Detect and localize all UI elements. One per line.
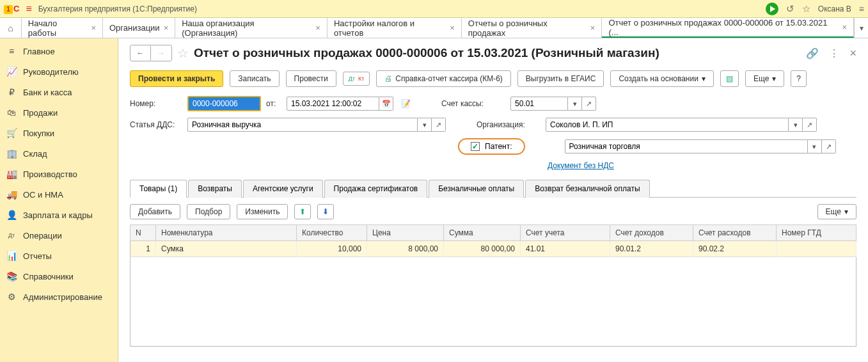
- number-input[interactable]: [187, 96, 261, 111]
- dropdown-icon[interactable]: ▾: [789, 118, 803, 132]
- dropdown-icon[interactable]: ▾: [808, 139, 822, 153]
- cell-gtd[interactable]: [777, 241, 856, 257]
- doc-tab-agent[interactable]: Агентские услуги: [243, 180, 323, 198]
- sidebar-item-admin[interactable]: ⚙Администрирование: [0, 287, 118, 307]
- save-button[interactable]: Записать: [230, 70, 279, 87]
- post-button[interactable]: Провести: [286, 70, 336, 87]
- play-button[interactable]: [766, 3, 778, 15]
- close-icon[interactable]: ×: [842, 22, 848, 32]
- cell-acc[interactable]: 41.01: [521, 241, 610, 257]
- org-input[interactable]: [546, 118, 789, 132]
- edit-button[interactable]: Изменить: [237, 204, 288, 219]
- account-input[interactable]: [510, 97, 568, 111]
- dropdown-icon[interactable]: ▾: [418, 118, 432, 132]
- create-based-button[interactable]: Создать на основании ▾: [610, 70, 714, 87]
- dtkt-button[interactable]: ДтКт: [343, 72, 370, 86]
- close-icon[interactable]: ×: [450, 23, 455, 33]
- hamburger-icon[interactable]: ≡: [26, 3, 31, 15]
- dds-input[interactable]: [187, 118, 418, 132]
- doc-tab-cashless-return[interactable]: Возврат безналичной оплаты: [525, 180, 649, 198]
- open-icon[interactable]: ↗: [803, 118, 817, 132]
- cell-qty[interactable]: 10,000: [297, 241, 367, 257]
- tab-start[interactable]: Начало работы×: [22, 18, 103, 38]
- add-button[interactable]: Добавить: [130, 204, 180, 219]
- nav-forward-button[interactable]: →: [151, 45, 171, 61]
- post-and-close-button[interactable]: Провести и закрыть: [130, 70, 223, 87]
- col-qty[interactable]: Количество: [297, 225, 367, 241]
- cell-income[interactable]: 90.01.2: [610, 241, 693, 257]
- star-icon[interactable]: ☆: [802, 3, 810, 15]
- col-gtd[interactable]: Номер ГТД: [777, 225, 856, 241]
- sidebar-item-directories[interactable]: 📚Справочники: [0, 266, 118, 287]
- col-expense[interactable]: Счет расходов: [693, 225, 777, 241]
- tab-report-doc[interactable]: Отчет о розничных продажах 0000-000006 о…: [602, 18, 854, 38]
- move-up-button[interactable]: ⬆: [294, 204, 311, 219]
- sidebar-item-warehouse[interactable]: 🏢Склад: [0, 143, 118, 164]
- cell-sum[interactable]: 80 000,00: [444, 241, 521, 257]
- sidebar-item-operations[interactable]: ДтОперации: [0, 225, 118, 246]
- col-sum[interactable]: Сумма: [444, 225, 521, 241]
- hamburger-right-icon[interactable]: ≡: [859, 4, 864, 14]
- favorite-star-icon[interactable]: ☆: [177, 45, 189, 61]
- sidebar-item-main[interactable]: ≡Главное: [0, 41, 118, 61]
- sidebar-item-sales[interactable]: 🛍Продажи: [0, 102, 118, 123]
- user-name[interactable]: Оксана В: [818, 4, 851, 13]
- sidebar-item-salary[interactable]: 👤Зарплата и кадры: [0, 205, 118, 225]
- vat-link[interactable]: Документ без НДС: [548, 161, 614, 170]
- col-price[interactable]: Цена: [367, 225, 444, 241]
- sidebar-item-production[interactable]: 🏭Производство: [0, 164, 118, 184]
- patent-checkbox[interactable]: ✓: [471, 142, 480, 151]
- sidebar-item-manager[interactable]: 📈Руководителю: [0, 61, 118, 82]
- cell-name[interactable]: Сумка: [156, 241, 297, 257]
- egais-button[interactable]: Выгрузить в ЕГАИС: [517, 70, 604, 87]
- col-acc[interactable]: Счет учета: [521, 225, 610, 241]
- doc-tab-cert[interactable]: Продажа сертификатов: [324, 180, 428, 198]
- open-icon[interactable]: ↗: [432, 118, 446, 132]
- pick-button[interactable]: Подбор: [187, 204, 230, 219]
- nav-back-button[interactable]: ←: [130, 45, 151, 61]
- open-icon[interactable]: ↗: [582, 97, 596, 111]
- tab-orgs[interactable]: Организации×: [103, 18, 175, 38]
- tab-scroll-button[interactable]: ▾: [854, 18, 868, 38]
- tab-tax[interactable]: Настройки налогов и отчетов×: [327, 18, 462, 38]
- table-row[interactable]: 1 Сумка 10,000 8 000,00 80 000,00 41.01 …: [130, 241, 856, 257]
- help-button[interactable]: ?: [791, 70, 807, 87]
- sidebar-item-assets[interactable]: 🚚ОС и НМА: [0, 184, 118, 205]
- home-tab[interactable]: ⌂: [0, 18, 22, 38]
- close-document-button[interactable]: ×: [849, 47, 856, 60]
- link-icon[interactable]: 🔗: [806, 47, 819, 59]
- sidebar-item-bank[interactable]: ₽Банк и касса: [0, 82, 118, 102]
- structure-button[interactable]: ▤: [720, 70, 739, 87]
- dropdown-icon[interactable]: ▾: [568, 97, 582, 111]
- doc-tab-goods[interactable]: Товары (1): [130, 180, 187, 198]
- date-input[interactable]: [287, 97, 379, 111]
- col-n[interactable]: N: [130, 225, 156, 241]
- close-icon[interactable]: ×: [164, 23, 169, 33]
- more-button[interactable]: Еще ▾: [745, 70, 784, 87]
- cell-expense[interactable]: 90.02.2: [693, 241, 777, 257]
- col-income[interactable]: Счет доходов: [610, 225, 693, 241]
- print-report-button[interactable]: Справка-отчет кассира (КМ-6): [376, 70, 511, 87]
- move-down-button[interactable]: ⬇: [317, 204, 334, 219]
- close-icon[interactable]: ×: [590, 23, 596, 33]
- close-icon[interactable]: ×: [315, 23, 320, 33]
- tab-reports[interactable]: Отчеты о розничных продажах×: [462, 18, 603, 38]
- sidebar-item-reports[interactable]: 📊Отчеты: [0, 246, 118, 266]
- cell-price[interactable]: 8 000,00: [367, 241, 444, 257]
- table-more-button[interactable]: Еще ▾: [817, 204, 856, 219]
- doc-tab-returns[interactable]: Возвраты: [188, 180, 242, 198]
- col-name[interactable]: Номенклатура: [156, 225, 297, 241]
- history-icon[interactable]: ↺: [786, 3, 794, 15]
- tab-ourorg[interactable]: Наша организация (Организация)×: [175, 18, 327, 38]
- doc-tab-cashless[interactable]: Безналичные оплаты: [429, 180, 524, 198]
- cell-n[interactable]: 1: [130, 241, 156, 257]
- manual-edit-icon[interactable]: 📝: [401, 99, 411, 108]
- sidebar-item-purchases[interactable]: 🛒Покупки: [0, 123, 118, 143]
- open-icon[interactable]: ↗: [822, 139, 836, 153]
- goods-table[interactable]: N Номенклатура Количество Цена Сумма Сче…: [130, 224, 856, 257]
- vertical-more-icon[interactable]: ⋮: [829, 47, 839, 59]
- calendar-icon[interactable]: 📅: [379, 97, 393, 111]
- patent-input[interactable]: [565, 139, 808, 153]
- close-icon[interactable]: ×: [91, 23, 96, 33]
- table-empty-area[interactable]: [130, 257, 856, 347]
